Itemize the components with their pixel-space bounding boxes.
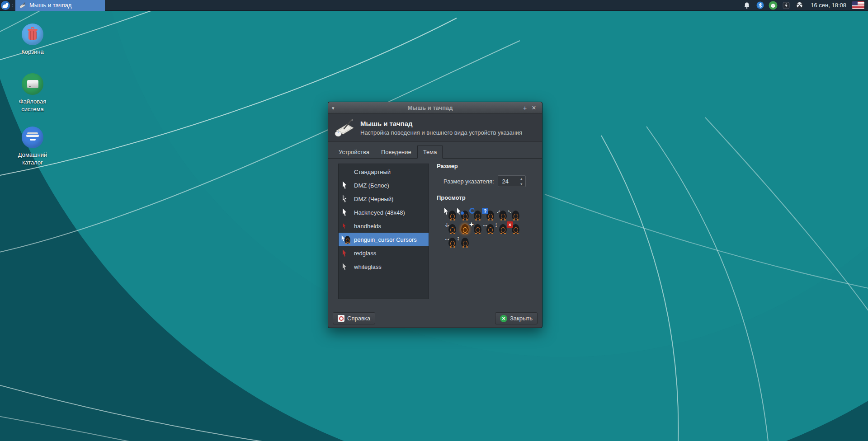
- preview-section-title: Просмотр: [437, 194, 538, 201]
- taskbar-item-label: Мышь и тачпад: [29, 2, 71, 9]
- close-green-icon: [500, 315, 507, 322]
- preview-arrow-working-cursor: [457, 207, 469, 221]
- window-titlebar[interactable]: ▾ Мышь и тачпад: [328, 102, 542, 114]
- maximize-button[interactable]: [520, 104, 529, 112]
- panel-separator: [11, 0, 14, 11]
- header-title: Мышь и тачпад: [360, 120, 522, 127]
- white-arrow-cursor-icon: [341, 208, 350, 217]
- window-menu-chevron-icon[interactable]: ▾: [332, 106, 340, 110]
- desktop-icon-label: Домашний каталог: [8, 151, 57, 166]
- red-arrow-cursor-icon: [341, 221, 350, 230]
- help-button-label: Справка: [347, 315, 370, 322]
- whiteglass-arrow-cursor-icon: [341, 262, 350, 271]
- tablet-stylus-icon: [19, 2, 26, 9]
- trash-icon: [22, 23, 43, 45]
- tab-bar: Устройства Поведение Тема: [333, 145, 443, 158]
- notifications-bell-icon[interactable]: [742, 1, 751, 10]
- theme-row-redglass[interactable]: redglass: [339, 246, 429, 260]
- white-arrow-cursor-icon: [341, 181, 350, 190]
- header-subtitle: Настройка поведения и внешнего вида устр…: [360, 129, 522, 136]
- desktop-icon-trash[interactable]: Корзина: [8, 23, 57, 56]
- top-panel: Мышь и тачпад 16 сен, 18:08: [0, 0, 868, 11]
- theme-row-dmz-white[interactable]: DMZ (Белое): [339, 178, 429, 192]
- us-keyboard-flag-icon[interactable]: [852, 1, 864, 9]
- cursor-size-label: Размер указателя:: [443, 178, 494, 185]
- spin-up-icon[interactable]: ▲: [518, 176, 525, 181]
- tab-behavior[interactable]: Поведение: [375, 145, 417, 158]
- cursor-size-row: Размер указателя: ▲ ▼: [443, 175, 538, 187]
- tablet-stylus-mouse-icon: [334, 118, 354, 137]
- no-cursor-icon: [341, 167, 350, 176]
- theme-row-penguin-selected[interactable]: penguin_cursor Cursors: [339, 233, 429, 246]
- dialog-footer: Справка Закрыть: [333, 312, 538, 325]
- desktop-icon-home[interactable]: Домашний каталог: [8, 127, 57, 166]
- tab-theme[interactable]: Тема: [417, 145, 443, 159]
- preview-resize-horizontal-cursor: ↔: [444, 235, 457, 248]
- preview-not-allowed-cursor: ×: [507, 221, 520, 235]
- panel-clock[interactable]: 16 сен, 18:08: [811, 2, 846, 9]
- spin-down-icon[interactable]: ▼: [518, 181, 525, 187]
- close-dialog-button[interactable]: Закрыть: [495, 312, 538, 324]
- preview-help-cursor: ?: [482, 207, 495, 221]
- theme-row-standard[interactable]: Стандартный: [339, 165, 429, 178]
- desktop-icon-label: Файловая система: [8, 98, 57, 113]
- cursor-size-spinbox: ▲ ▼: [498, 175, 526, 187]
- preview-busy-spinner-cursor: [469, 207, 482, 221]
- penguin-arrow-cursor-icon: [341, 235, 350, 244]
- help-lifebuoy-icon: [338, 315, 344, 322]
- help-button[interactable]: Справка: [333, 312, 375, 324]
- preview-resize-vertical-cursor: ↕: [495, 221, 507, 235]
- desktop-icon-label: Корзина: [21, 48, 44, 56]
- mouse-menu-icon: [1, 1, 10, 10]
- theme-row-dmz-black[interactable]: DMZ (Черный): [339, 192, 429, 206]
- cursor-theme-list[interactable]: Стандартный DMZ (Белое) DMZ (Черный) Hac…: [338, 164, 429, 299]
- preview-resize-nesw-cursor: ↔: [507, 207, 520, 221]
- close-button-label: Закрыть: [510, 315, 533, 322]
- system-tray: 16 сен, 18:08: [742, 1, 868, 10]
- cursor-size-input[interactable]: [498, 176, 518, 187]
- power-manager-icon[interactable]: [782, 1, 791, 10]
- preview-crosshair-cursor: +: [469, 221, 482, 235]
- close-button[interactable]: [529, 104, 538, 112]
- bluetooth-icon[interactable]: [755, 1, 764, 10]
- desktop-icon-filesystem[interactable]: Файловая система: [8, 73, 57, 113]
- taskbar-item-mouse-settings[interactable]: Мышь и тачпад: [15, 0, 105, 11]
- applications-menu-button[interactable]: [0, 0, 11, 11]
- tab-devices[interactable]: Устройства: [333, 145, 375, 158]
- spinbox-steppers: ▲ ▼: [518, 176, 525, 187]
- mouse-settings-window: ▾ Мышь и тачпад Мышь и тачпад Настройка …: [328, 102, 542, 328]
- home-icon: [22, 127, 43, 148]
- preview-resize-vertical-cursor: ↕: [457, 235, 469, 248]
- window-title: Мышь и тачпад: [340, 104, 520, 111]
- preview-resize-horizontal-cursor: ↔: [482, 221, 495, 235]
- filesystem-icon: [22, 73, 43, 95]
- theme-settings-panel: Размер Размер указателя: ▲ ▼ Просмотр ? …: [437, 163, 538, 248]
- size-section-title: Размер: [437, 163, 538, 169]
- redglass-arrow-cursor-icon: [341, 249, 350, 258]
- dialog-header: Мышь и тачпад Настройка поведения и внеш…: [328, 114, 542, 142]
- preview-resize-nwse-cursor: ↔: [495, 207, 507, 221]
- package-manager-icon[interactable]: [769, 1, 778, 10]
- preview-text-select-fire-cursor: [457, 221, 469, 235]
- cursor-preview-grid: ? ↔ ↔ + ↔ ↕ × ↔ ↕: [444, 207, 521, 248]
- theme-row-whiteglass[interactable]: whiteglass: [339, 260, 429, 273]
- outline-arrow-cursor-icon: [341, 194, 350, 203]
- preview-move-cursor: [444, 221, 457, 235]
- header-text: Мышь и тачпад Настройка поведения и внеш…: [360, 120, 522, 136]
- status-indicator-icon[interactable]: [795, 1, 804, 10]
- theme-row-hackneyed[interactable]: Hackneyed (48x48): [339, 206, 429, 219]
- theme-row-handhelds[interactable]: handhelds: [339, 219, 429, 233]
- preview-arrow-cursor: [444, 207, 457, 221]
